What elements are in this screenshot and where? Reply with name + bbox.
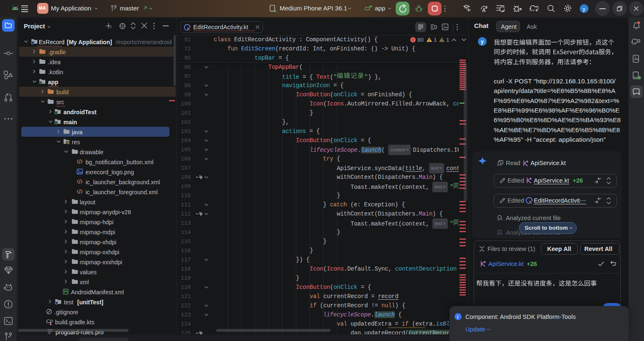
svg-text:A: A (482, 8, 486, 13)
